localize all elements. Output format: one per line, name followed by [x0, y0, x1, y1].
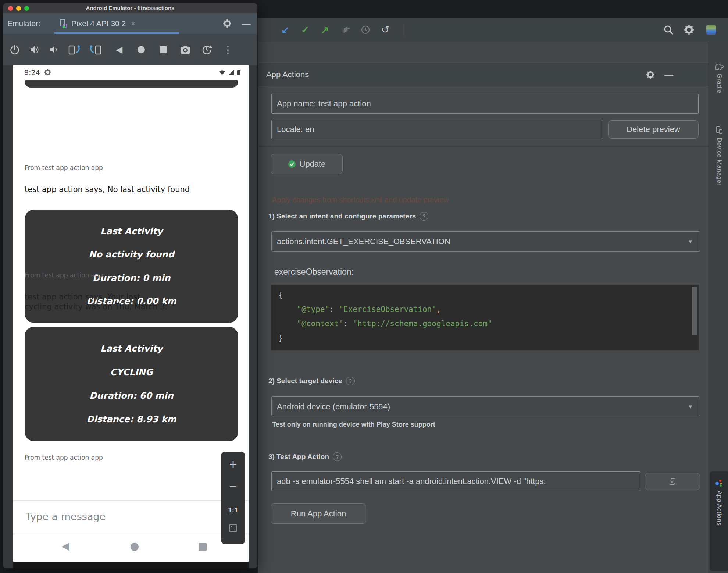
device-hint-text: Test only on running device with Play St…: [272, 421, 435, 428]
update-check-icon: [288, 160, 296, 168]
zoom-in-button[interactable]: +: [221, 457, 245, 472]
chevron-down-icon: ▼: [688, 232, 693, 251]
gradle-elephant-icon: [715, 63, 724, 70]
overview-icon[interactable]: [156, 34, 171, 65]
emulator-minimize-icon[interactable]: —: [242, 18, 251, 29]
emulator-settings-gear-icon[interactable]: [223, 19, 232, 28]
intent-dropdown[interactable]: actions.intent.GET_EXERCISE_OBSERVATION …: [271, 231, 700, 252]
tab-close-icon[interactable]: ×: [131, 19, 135, 28]
help-icon[interactable]: ?: [420, 212, 428, 221]
adb-command-field[interactable]: adb -s emulator-5554 shell am start -a a…: [271, 471, 640, 491]
panel-title: App Actions: [266, 63, 309, 86]
phone-nav-bar: ◀: [13, 533, 249, 562]
vcs-commit-icon[interactable]: ✓: [298, 18, 313, 42]
search-icon[interactable]: [661, 18, 676, 42]
window-title: Android Emulator - fitnessactions: [3, 3, 257, 13]
delete-preview-button[interactable]: Delete preview: [608, 120, 699, 139]
screenshot-root: ↙ ✓ ↗ ↺ App Actions: [0, 0, 728, 573]
device-manager-icon: [715, 126, 723, 134]
chat-message: test app action says, No last activity f…: [25, 185, 190, 195]
activity-card: Last Activity CYCLING Duration: 60 min D…: [25, 327, 238, 441]
studio-main-toolbar: ↙ ✓ ↗ ↺: [258, 18, 728, 42]
panel-gear-icon[interactable]: [646, 70, 655, 79]
run-app-action-button[interactable]: Run App Action: [271, 503, 366, 524]
nav-back-icon[interactable]: ◀: [61, 540, 69, 552]
emulator-tabbar: Emulator: Pixel 4 API 30 2 × —: [3, 13, 257, 34]
device-tab-icon: [59, 19, 68, 28]
message-sender-label: From test app action app: [25, 454, 103, 461]
sidebar-item-app-actions[interactable]: App Actions: [709, 480, 728, 526]
emulator-label: Emulator:: [7, 13, 40, 34]
android-studio-window: ↙ ✓ ↗ ↺ App Actions: [257, 18, 728, 573]
emulator-controls-toolbar: ◀ ⋮: [3, 34, 257, 65]
section-2-label: 2) Select target device ?: [268, 377, 355, 385]
parameter-label: exerciseObservation:: [274, 267, 354, 277]
vcs-update-icon[interactable]: ↙: [278, 18, 293, 42]
screenshot-camera-icon[interactable]: [178, 34, 193, 65]
help-icon[interactable]: ?: [333, 452, 342, 461]
vcs-merge-icon[interactable]: [338, 18, 353, 42]
phone-bezel: [13, 562, 249, 568]
copy-command-button[interactable]: [645, 473, 700, 490]
power-icon[interactable]: [7, 34, 22, 65]
fit-to-window-icon[interactable]: [221, 524, 245, 533]
status-gear-icon: [44, 69, 51, 76]
emulator-window: Android Emulator - fitnessactions Emulat…: [3, 3, 257, 568]
intent-parameters-editor[interactable]: { "@type": "ExerciseObservation", "@cont…: [271, 285, 699, 350]
update-button[interactable]: Update: [271, 154, 343, 174]
volume-down-icon[interactable]: [46, 34, 61, 65]
home-icon[interactable]: [134, 34, 149, 65]
help-icon[interactable]: ?: [346, 377, 355, 385]
user-avatar[interactable]: [704, 18, 718, 42]
nav-home-icon[interactable]: [131, 543, 139, 551]
message-sender-label: From test app action app: [25, 271, 103, 279]
signal-icon: [228, 70, 234, 75]
undo-icon[interactable]: ↺: [378, 18, 393, 42]
emulator-titlebar[interactable]: Android Emulator - fitnessactions: [3, 3, 257, 13]
editor-scrollbar[interactable]: [692, 287, 697, 335]
screen-record-icon[interactable]: [199, 34, 214, 65]
rotate-left-icon[interactable]: [67, 34, 82, 65]
chevron-down-icon: ▼: [688, 397, 693, 416]
update-hint-text: Apply changes from shortcuts.xml and upd…: [272, 196, 449, 204]
sidebar-item-device-manager[interactable]: Device Manager: [709, 126, 728, 186]
battery-icon: [237, 70, 240, 75]
assistant-icon: [715, 480, 723, 487]
section-1-label: 1) Select an intent and configure parame…: [268, 212, 428, 221]
scrolled-card-remnant: [25, 80, 238, 88]
history-clock-icon[interactable]: [358, 18, 373, 42]
tool-window-stripe: Gradle Device Manager App Actions: [709, 42, 728, 573]
emulator-zoom-panel: + − 1:1: [221, 452, 245, 544]
message-input-row: Type a message: [13, 500, 249, 533]
section-divider: [258, 146, 709, 147]
copy-icon: [669, 478, 676, 485]
toolbar-divider: [403, 24, 403, 36]
wifi-icon: [219, 70, 225, 75]
rotate-right-icon[interactable]: [88, 34, 103, 65]
app-actions-panel-header: App Actions —: [258, 63, 709, 86]
section-3-label: 3) Test App Action ?: [268, 452, 342, 461]
status-time: 9:24: [24, 68, 40, 76]
volume-up-icon[interactable]: [27, 34, 42, 65]
target-device-dropdown[interactable]: Android device (emulator-5554) ▼: [271, 396, 700, 416]
settings-gear-icon[interactable]: [682, 18, 696, 42]
navigation-bar: [258, 42, 709, 63]
more-options-icon[interactable]: ⋮: [221, 34, 235, 65]
message-input[interactable]: Type a message: [26, 501, 106, 533]
app-name-field[interactable]: App name: test app action: [271, 94, 699, 114]
vcs-push-icon[interactable]: ↗: [318, 18, 332, 42]
phone-screen: 9:24 From test app action app test app a…: [13, 65, 249, 562]
back-icon[interactable]: ◀: [112, 34, 126, 65]
device-tab[interactable]: Pixel 4 API 30 2 ×: [54, 13, 182, 34]
phone-status-bar: 9:24: [13, 65, 249, 80]
zoom-out-button[interactable]: −: [221, 479, 245, 494]
chat-message: test app action says, Your last cycling …: [25, 292, 168, 312]
locale-field[interactable]: Locale: en: [271, 120, 602, 139]
sidebar-item-gradle[interactable]: Gradle: [709, 63, 728, 93]
zoom-reset-button[interactable]: 1:1: [221, 506, 245, 514]
nav-overview-icon[interactable]: [199, 543, 207, 551]
message-sender-label: From test app action app: [25, 164, 103, 171]
panel-minimize-icon[interactable]: —: [664, 70, 673, 80]
